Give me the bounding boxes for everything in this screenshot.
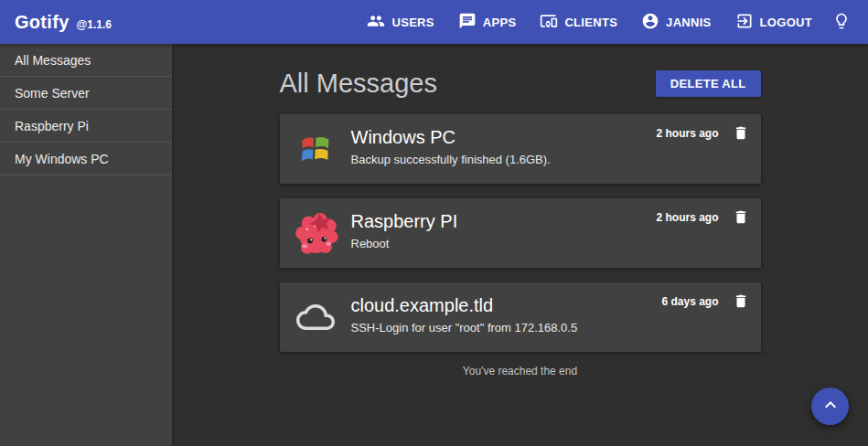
sidebar-item-some-server[interactable]: Some Server xyxy=(0,77,172,110)
cloud-icon xyxy=(280,282,351,352)
sidebar-item-all-messages[interactable]: All Messages xyxy=(0,44,172,77)
message-body: Backup successfully finished (1.6GB). xyxy=(351,153,761,166)
main-area: All Messages DELETE ALL Windows PC Backu… xyxy=(172,44,868,446)
lightbulb-icon xyxy=(832,12,851,33)
delete-all-button[interactable]: DELETE ALL xyxy=(656,70,761,97)
raspberry-icon xyxy=(280,198,351,268)
users-icon xyxy=(367,12,385,33)
sidebar-item-my-windows-pc[interactable]: My Windows PC xyxy=(0,143,172,175)
theme-toggle-button[interactable] xyxy=(824,5,859,40)
end-of-list-text: You've reached the end xyxy=(280,365,761,377)
top-nav: USERS APPS CLIENTS JANNIS LOGOUT xyxy=(355,5,859,40)
chevron-up-icon xyxy=(820,394,841,419)
message-card-raspberry-pi: Raspberry PI Reboot 2 hours ago xyxy=(280,198,761,268)
message-body: SSH-Login for user "root" from 172.168.0… xyxy=(351,321,761,334)
nav-account-label: JANNIS xyxy=(666,16,711,29)
appbar: Gotify @1.1.6 USERS APPS CLIENTS JANNIS … xyxy=(0,0,868,44)
trash-icon xyxy=(733,131,749,144)
message-card-windows-pc: Windows PC Backup successfully finished … xyxy=(280,114,761,184)
app-title: Gotify xyxy=(15,12,70,33)
message-card-cloud-example-tld: cloud.example.tld SSH-Login for user "ro… xyxy=(280,282,761,352)
sidebar: All Messages Some Server Raspberry Pi My… xyxy=(0,44,172,446)
apps-icon xyxy=(458,12,477,33)
sidebar-item-label: Raspberry Pi xyxy=(15,119,89,133)
nav-logout-button[interactable]: LOGOUT xyxy=(723,5,824,40)
brand: Gotify @1.1.6 xyxy=(15,12,112,33)
nav-clients-button[interactable]: CLIENTS xyxy=(528,5,629,40)
nav-users-button[interactable]: USERS xyxy=(355,5,445,40)
delete-message-button[interactable] xyxy=(733,292,749,310)
delete-message-button[interactable] xyxy=(733,208,749,226)
clients-icon xyxy=(540,12,558,33)
nav-apps-label: APPS xyxy=(483,16,517,29)
nav-users-label: USERS xyxy=(391,16,434,29)
message-timestamp: 2 hours ago xyxy=(656,127,718,140)
account-icon xyxy=(641,12,659,33)
nav-clients-label: CLIENTS xyxy=(564,16,617,29)
title-row: All Messages DELETE ALL xyxy=(280,67,761,100)
message-body: Reboot xyxy=(351,237,761,250)
sidebar-item-label: All Messages xyxy=(15,53,91,68)
message-timestamp: 6 days ago xyxy=(661,295,718,308)
logout-icon xyxy=(735,12,754,33)
sidebar-item-label: Some Server xyxy=(15,86,90,101)
sidebar-item-raspberry-pi[interactable]: Raspberry Pi xyxy=(0,110,172,143)
windows-logo-icon xyxy=(280,114,351,184)
nav-apps-button[interactable]: APPS xyxy=(446,5,529,40)
trash-icon xyxy=(733,299,749,313)
page-title: All Messages xyxy=(280,69,437,99)
nav-account-button[interactable]: JANNIS xyxy=(629,5,723,40)
sidebar-item-label: My Windows PC xyxy=(15,152,109,166)
nav-logout-label: LOGOUT xyxy=(760,16,812,29)
trash-icon xyxy=(733,215,749,228)
app-version: @1.1.6 xyxy=(77,18,112,31)
scroll-to-top-button[interactable] xyxy=(811,388,849,425)
message-timestamp: 2 hours ago xyxy=(656,211,718,224)
delete-message-button[interactable] xyxy=(733,124,749,142)
